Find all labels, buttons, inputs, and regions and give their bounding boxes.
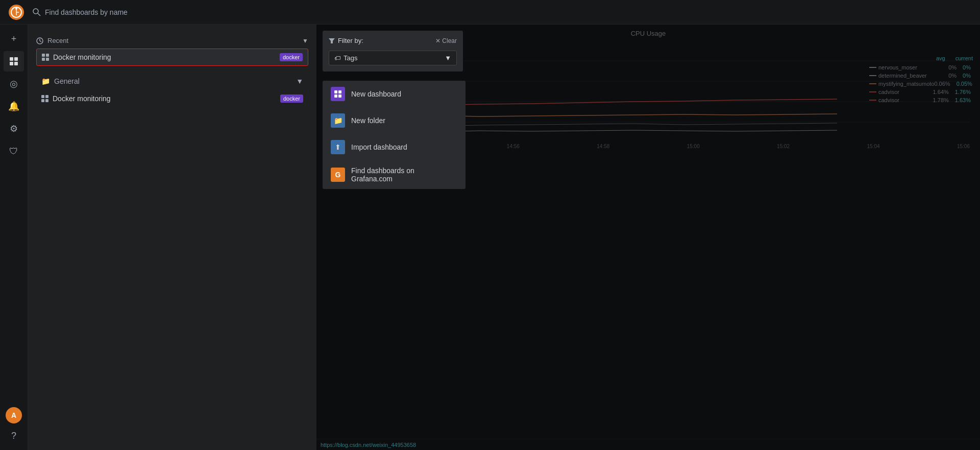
- new-folder-item[interactable]: 📁 New folder: [323, 107, 465, 134]
- general-docker-tag: docker: [280, 94, 303, 103]
- find-grafana-item[interactable]: G Find dashboards on Grafana.com: [323, 160, 465, 189]
- sidebar-item-add[interactable]: +: [4, 29, 24, 49]
- find-grafana-icon: G: [331, 168, 345, 182]
- recent-docker-tag: docker: [280, 53, 303, 61]
- search-placeholder: Find dashboards by name: [45, 8, 128, 16]
- svg-line-6: [38, 13, 40, 16]
- dashboard-grid-icon: [42, 54, 49, 61]
- dashboard-grid-icon-2: [41, 95, 48, 102]
- svg-point-2: [15, 8, 17, 10]
- tag-icon: 🏷: [334, 55, 340, 62]
- sidebar-item-help[interactable]: ?: [4, 425, 24, 446]
- recent-docker-label: Docker monitoring: [53, 53, 111, 61]
- filter-title-label: Filter by:: [338, 37, 363, 44]
- sidebar-bottom: A ?: [4, 407, 24, 450]
- import-dashboard-label: Import dashboard: [351, 143, 407, 151]
- dropdown-menu: New dashboard 📁 New folder ⬆ Import dash…: [323, 81, 465, 189]
- svg-rect-20: [338, 90, 341, 93]
- filter-select-label: Tags: [344, 54, 357, 62]
- new-folder-label: New folder: [351, 116, 385, 125]
- avatar[interactable]: A: [6, 407, 22, 423]
- topbar-search[interactable]: Find dashboards by name: [33, 8, 128, 16]
- svg-rect-10: [14, 62, 18, 65]
- import-dashboard-item[interactable]: ⬆ Import dashboard: [323, 134, 465, 160]
- svg-rect-19: [334, 90, 337, 93]
- new-dashboard-item[interactable]: New dashboard: [323, 81, 465, 107]
- general-folder-header[interactable]: 📁 General ▼: [36, 72, 308, 90]
- recent-section-header[interactable]: Recent ▼: [36, 33, 308, 49]
- filter-tags-select[interactable]: 🏷 Tags ▼: [329, 51, 457, 65]
- general-docker-label: Docker monitoring: [53, 94, 111, 103]
- svg-rect-9: [10, 62, 13, 65]
- svg-rect-21: [334, 94, 337, 98]
- sidebar: + ◎ 🔔 ⚙ 🛡 A ?: [0, 25, 28, 450]
- filter-clear-button[interactable]: ✕ Clear: [435, 37, 457, 44]
- new-dashboard-label: New dashboard: [351, 90, 401, 98]
- sidebar-item-explore[interactable]: ◎: [4, 74, 24, 94]
- sidebar-item-alerting[interactable]: 🔔: [4, 96, 24, 116]
- find-grafana-label: Find dashboards on Grafana.com: [351, 167, 457, 183]
- filter-select-chevron: ▼: [445, 54, 451, 62]
- dashboard-search-panel: Recent ▼ Docker monitoring docker 📁 Gene…: [28, 25, 316, 450]
- filter-panel: Filter by: ✕ Clear 🏷 Tags ▼: [323, 31, 463, 72]
- svg-marker-18: [329, 38, 335, 43]
- svg-point-5: [33, 9, 38, 14]
- sidebar-item-shield[interactable]: 🛡: [4, 141, 24, 161]
- svg-rect-7: [10, 57, 13, 61]
- general-section-label: General: [54, 77, 80, 85]
- sidebar-item-dashboards[interactable]: [4, 51, 24, 72]
- grafana-logo: [8, 4, 24, 20]
- svg-line-17: [40, 41, 41, 42]
- filter-title: Filter by:: [329, 37, 363, 44]
- new-folder-icon: 📁: [331, 113, 345, 128]
- filter-header: Filter by: ✕ Clear: [329, 37, 457, 44]
- svg-rect-22: [338, 94, 341, 98]
- general-chevron: ▼: [296, 77, 303, 85]
- general-docker-item[interactable]: Docker monitoring docker: [36, 90, 308, 107]
- svg-rect-8: [14, 57, 18, 61]
- new-dashboard-icon: [331, 87, 345, 101]
- recent-section-label: Recent: [47, 37, 68, 44]
- recent-docker-item[interactable]: Docker monitoring docker: [36, 49, 308, 66]
- topbar: Find dashboards by name: [0, 0, 980, 25]
- recent-chevron: ▼: [302, 37, 308, 44]
- sidebar-item-config[interactable]: ⚙: [4, 119, 24, 139]
- import-dashboard-icon: ⬆: [331, 140, 345, 154]
- folder-icon: 📁: [41, 77, 50, 85]
